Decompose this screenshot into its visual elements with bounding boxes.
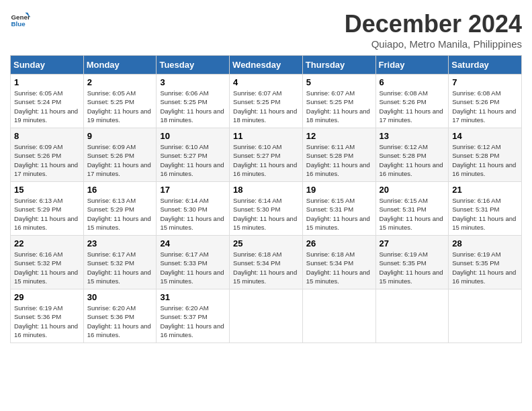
empty-cell — [302, 289, 375, 343]
table-row: 17Sunrise: 6:14 AMSunset: 5:30 PMDayligh… — [157, 182, 230, 236]
col-tuesday: Tuesday — [157, 56, 230, 75]
table-row: 6Sunrise: 6:08 AMSunset: 5:26 PMDaylight… — [375, 75, 449, 128]
table-row: 12Sunrise: 6:11 AMSunset: 5:28 PMDayligh… — [302, 128, 375, 182]
table-row: 29Sunrise: 6:19 AMSunset: 5:36 PMDayligh… — [11, 289, 84, 343]
empty-cell — [230, 289, 303, 343]
col-saturday: Saturday — [449, 56, 522, 75]
header: General Blue December 2024 Quiapo, Metro… — [10, 10, 522, 50]
table-row: 7Sunrise: 6:08 AMSunset: 5:26 PMDaylight… — [449, 75, 522, 128]
table-row: 18Sunrise: 6:14 AMSunset: 5:30 PMDayligh… — [230, 182, 303, 236]
calendar-table: Sunday Monday Tuesday Wednesday Thursday… — [10, 55, 522, 343]
table-row: 15Sunrise: 6:13 AMSunset: 5:29 PMDayligh… — [11, 182, 84, 236]
table-row: 14Sunrise: 6:12 AMSunset: 5:28 PMDayligh… — [449, 128, 522, 182]
table-row: 20Sunrise: 6:15 AMSunset: 5:31 PMDayligh… — [375, 182, 449, 236]
table-row: 27Sunrise: 6:19 AMSunset: 5:35 PMDayligh… — [375, 236, 449, 289]
empty-cell — [375, 289, 449, 343]
table-row: 30Sunrise: 6:20 AMSunset: 5:36 PMDayligh… — [83, 289, 157, 343]
col-sunday: Sunday — [11, 56, 84, 75]
title-area: December 2024 Quiapo, Metro Manila, Phil… — [345, 10, 522, 50]
table-row: 25Sunrise: 6:18 AMSunset: 5:34 PMDayligh… — [230, 236, 303, 289]
table-row: 28Sunrise: 6:19 AMSunset: 5:35 PMDayligh… — [449, 236, 522, 289]
table-row: 24Sunrise: 6:17 AMSunset: 5:33 PMDayligh… — [157, 236, 230, 289]
calendar-body: 1Sunrise: 6:05 AMSunset: 5:24 PMDaylight… — [11, 75, 522, 343]
col-monday: Monday — [83, 56, 157, 75]
table-row: 19Sunrise: 6:15 AMSunset: 5:31 PMDayligh… — [302, 182, 375, 236]
table-row: 4Sunrise: 6:07 AMSunset: 5:25 PMDaylight… — [230, 75, 303, 128]
table-row: 5Sunrise: 6:07 AMSunset: 5:25 PMDaylight… — [302, 75, 375, 128]
table-row: 10Sunrise: 6:10 AMSunset: 5:27 PMDayligh… — [157, 128, 230, 182]
table-row: 13Sunrise: 6:12 AMSunset: 5:28 PMDayligh… — [375, 128, 449, 182]
table-row: 16Sunrise: 6:13 AMSunset: 5:29 PMDayligh… — [83, 182, 157, 236]
table-row: 8Sunrise: 6:09 AMSunset: 5:26 PMDaylight… — [11, 128, 84, 182]
table-row: 3Sunrise: 6:06 AMSunset: 5:25 PMDaylight… — [157, 75, 230, 128]
empty-cell — [449, 289, 522, 343]
header-row: Sunday Monday Tuesday Wednesday Thursday… — [11, 56, 522, 75]
table-row: 1Sunrise: 6:05 AMSunset: 5:24 PMDaylight… — [11, 75, 84, 128]
table-row: 9Sunrise: 6:09 AMSunset: 5:26 PMDaylight… — [83, 128, 157, 182]
month-title: December 2024 — [345, 10, 522, 38]
table-row: 21Sunrise: 6:16 AMSunset: 5:31 PMDayligh… — [449, 182, 522, 236]
table-row: 26Sunrise: 6:18 AMSunset: 5:34 PMDayligh… — [302, 236, 375, 289]
col-friday: Friday — [375, 56, 449, 75]
col-wednesday: Wednesday — [230, 56, 303, 75]
logo-icon: General Blue — [10, 10, 30, 30]
table-row: 2Sunrise: 6:05 AMSunset: 5:25 PMDaylight… — [83, 75, 157, 128]
table-row: 23Sunrise: 6:17 AMSunset: 5:32 PMDayligh… — [83, 236, 157, 289]
logo: General Blue — [10, 10, 30, 30]
table-row: 31Sunrise: 6:20 AMSunset: 5:37 PMDayligh… — [157, 289, 230, 343]
svg-text:Blue: Blue — [11, 20, 26, 28]
table-row: 11Sunrise: 6:10 AMSunset: 5:27 PMDayligh… — [230, 128, 303, 182]
table-row: 22Sunrise: 6:16 AMSunset: 5:32 PMDayligh… — [11, 236, 84, 289]
col-thursday: Thursday — [302, 56, 375, 75]
subtitle: Quiapo, Metro Manila, Philippines — [345, 38, 522, 50]
